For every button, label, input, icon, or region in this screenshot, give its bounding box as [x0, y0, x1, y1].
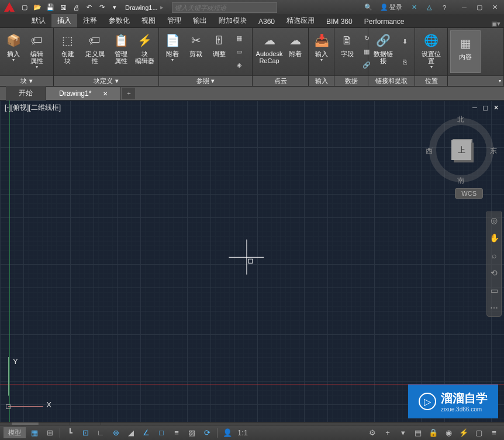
- edit-attributes-button[interactable]: 🏷编辑 属性▾: [26, 30, 48, 73]
- recap-button[interactable]: ☁Autodesk ReCap: [255, 30, 284, 73]
- panel-title-import[interactable]: 输入: [309, 75, 334, 86]
- viewcube-top-face[interactable]: 上: [451, 140, 471, 160]
- ribbon-tab-a360[interactable]: A360: [253, 16, 281, 27]
- ribbon-tab-default[interactable]: 默认: [26, 14, 51, 27]
- zoom-extents-icon[interactable]: ⌕: [488, 250, 500, 261]
- a360-icon[interactable]: △: [423, 2, 435, 13]
- field-button[interactable]: 🗎字段: [337, 30, 358, 73]
- annotation-visibility-icon[interactable]: 1:1: [236, 427, 249, 439]
- set-location-button[interactable]: 🌐设置位置▾: [417, 30, 445, 73]
- start-tab[interactable]: 开始: [6, 86, 46, 101]
- qat-dropdown-icon[interactable]: ▾: [109, 2, 120, 13]
- ribbon-tab-addins[interactable]: 附加模块: [213, 14, 253, 27]
- define-attributes-button[interactable]: 🏷定义属性: [80, 30, 109, 73]
- exchange-icon[interactable]: ✕: [408, 2, 420, 13]
- snap-underlay-icon[interactable]: ◈: [233, 59, 246, 72]
- units-icon[interactable]: ▾: [396, 427, 409, 439]
- viewcube-east[interactable]: 东: [490, 146, 497, 156]
- help-icon[interactable]: ?: [439, 2, 450, 13]
- adjust-xref-button[interactable]: 🎚调整: [208, 30, 230, 73]
- attach-pointcloud-button[interactable]: ☁附着: [285, 30, 306, 73]
- ribbon-tab-parametric[interactable]: 参数化: [103, 14, 136, 27]
- orbit-icon[interactable]: ⟲: [488, 267, 500, 279]
- viewcube-west[interactable]: 西: [426, 146, 433, 156]
- open-icon[interactable]: 📂: [32, 2, 43, 13]
- drawing-tab[interactable]: Drawing1*✕: [46, 87, 121, 100]
- infer-constraints-icon[interactable]: ┗: [64, 427, 77, 439]
- dynamic-input-icon[interactable]: ⊡: [79, 427, 92, 439]
- ribbon-tab-annotate[interactable]: 注释: [77, 14, 103, 27]
- panel-title-content[interactable]: ▾: [448, 75, 503, 86]
- saveas-icon[interactable]: 🖫: [57, 2, 69, 13]
- panel-title-block[interactable]: 块 ▾: [0, 75, 53, 86]
- transparency-icon[interactable]: ▨: [185, 427, 198, 439]
- viewport-label[interactable]: [-][俯视][二维线框]: [5, 103, 61, 113]
- close-button[interactable]: ✕: [488, 2, 502, 13]
- content-button[interactable]: ▦内容: [450, 30, 481, 73]
- panel-title-blockdef[interactable]: 块定义 ▾: [54, 75, 158, 86]
- download-source-icon[interactable]: ⬇: [398, 35, 411, 48]
- clean-screen-icon[interactable]: ▢: [472, 427, 485, 439]
- attach-xref-button[interactable]: 📄附着▾: [161, 30, 184, 73]
- datalink-button[interactable]: 🔗数据链接: [371, 30, 396, 73]
- hardware-accel-icon[interactable]: ⚡: [457, 427, 470, 439]
- ribbon-tab-featured[interactable]: 精选应用: [281, 14, 320, 27]
- lock-ui-icon[interactable]: 🔒: [427, 427, 440, 439]
- ribbon-tab-insert[interactable]: 插入: [51, 14, 77, 27]
- minimize-button[interactable]: ─: [457, 2, 471, 13]
- viewcube[interactable]: 北 南 东 西 上: [429, 118, 493, 182]
- add-tab-button[interactable]: +: [122, 88, 135, 99]
- snap-toggle-icon[interactable]: ⊞: [43, 427, 56, 439]
- showmotion-icon[interactable]: ▭: [488, 285, 500, 296]
- selection-cycling-icon[interactable]: ⟳: [201, 427, 213, 439]
- login-button[interactable]: 👤登录: [378, 2, 405, 13]
- viewport-minimize-icon[interactable]: ─: [470, 103, 479, 112]
- manage-attributes-button[interactable]: 📋管理 属性: [111, 30, 132, 73]
- ribbon-tab-view[interactable]: 视图: [136, 14, 161, 27]
- drawing-area[interactable]: [-][俯视][二维线框] ─ ▢ ✕ 北 南 东 西 上 WCS ◎ ✋ ⌕ …: [0, 101, 504, 422]
- navbar-more-icon[interactable]: ⋯: [488, 302, 500, 314]
- wcs-label[interactable]: WCS: [455, 188, 483, 199]
- modelspace-button[interactable]: 模型: [4, 427, 26, 438]
- panel-title-reference[interactable]: 参照 ▾: [159, 75, 252, 86]
- ribbon-tab-output[interactable]: 输出: [187, 14, 213, 27]
- ribbon-tab-bim360[interactable]: BIM 360: [320, 16, 358, 27]
- ribbon-minimize-icon[interactable]: ▣▾: [488, 20, 504, 27]
- undo-icon[interactable]: ↶: [83, 2, 95, 13]
- create-block-button[interactable]: ⬚创建块: [56, 30, 79, 73]
- viewcube-north[interactable]: 北: [457, 115, 464, 124]
- maximize-button[interactable]: ▢: [472, 2, 486, 13]
- app-logo[interactable]: [2, 1, 16, 15]
- isodraft-icon[interactable]: ◢: [125, 427, 137, 439]
- panel-title-pointcloud[interactable]: 点云: [253, 75, 308, 86]
- underlay-layers-icon[interactable]: ▦: [233, 32, 246, 44]
- infocenter-search-icon[interactable]: 🔍: [363, 2, 374, 13]
- lineweight-icon[interactable]: ≡: [170, 427, 183, 439]
- search-box[interactable]: [172, 2, 277, 13]
- block-editor-button[interactable]: ⚡块 编辑器: [133, 30, 156, 73]
- annotation-monitor-icon[interactable]: +: [381, 427, 394, 439]
- steering-wheel-icon[interactable]: ◎: [488, 214, 500, 226]
- customization-icon[interactable]: ≡: [488, 427, 500, 439]
- panel-title-data[interactable]: 数据: [334, 75, 368, 86]
- extract-data-icon[interactable]: ⎘: [398, 56, 411, 68]
- polar-tracking-icon[interactable]: ⊕: [109, 427, 122, 439]
- panel-title-location[interactable]: 位置: [415, 75, 447, 86]
- grid-toggle-icon[interactable]: ▦: [28, 427, 41, 439]
- osnap-tracking-icon[interactable]: ∠: [140, 427, 153, 439]
- viewcube-south[interactable]: 南: [457, 176, 464, 186]
- viewport-maximize-icon[interactable]: ▢: [481, 103, 490, 112]
- isolate-objects-icon[interactable]: ◉: [442, 427, 455, 439]
- ribbon-tab-performance[interactable]: Performance: [358, 16, 410, 27]
- redo-icon[interactable]: ↷: [96, 2, 108, 13]
- quick-properties-icon[interactable]: ▤: [412, 427, 424, 439]
- ribbon-tab-manage[interactable]: 管理: [161, 14, 187, 27]
- panel-title-link[interactable]: 链接和提取: [368, 75, 415, 86]
- import-button[interactable]: 📥输入▾: [311, 30, 332, 73]
- plot-icon[interactable]: 🖨: [70, 2, 82, 13]
- viewport-close-icon[interactable]: ✕: [491, 103, 500, 112]
- ortho-icon[interactable]: ∟: [94, 427, 107, 439]
- osnap-2d-icon[interactable]: □: [155, 427, 168, 439]
- save-icon[interactable]: 💾: [44, 2, 56, 13]
- pan-icon[interactable]: ✋: [488, 232, 500, 244]
